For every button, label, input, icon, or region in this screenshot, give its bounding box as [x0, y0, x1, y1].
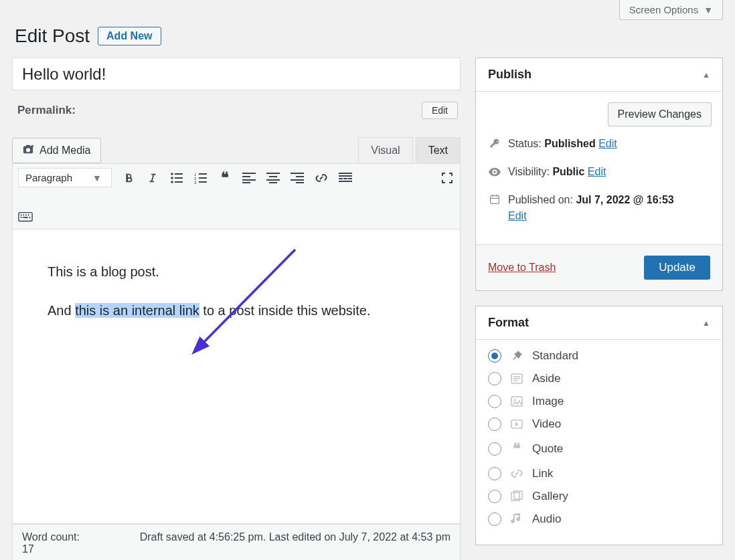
- chevron-up-icon: ▲: [702, 318, 710, 328]
- format-heading: Format: [488, 316, 529, 330]
- screen-options-toggle[interactable]: Screen Options ▼: [619, 0, 723, 20]
- status-edit-link[interactable]: Edit: [598, 138, 617, 149]
- audio-icon: [509, 512, 524, 526]
- format-option-aside[interactable]: Aside: [488, 372, 710, 385]
- svg-rect-33: [21, 215, 22, 216]
- screen-options-label: Screen Options: [629, 4, 698, 15]
- format-panel-toggle[interactable]: Format ▲: [476, 306, 722, 340]
- svg-rect-9: [199, 173, 207, 175]
- editor-paragraph: This is a blog post.: [48, 262, 425, 282]
- publish-heading: Publish: [488, 68, 532, 82]
- svg-rect-38: [23, 217, 27, 218]
- published-value: Jul 7, 2022 @ 16:53: [576, 194, 673, 205]
- svg-rect-27: [339, 175, 352, 177]
- svg-rect-25: [296, 182, 304, 183]
- svg-rect-11: [199, 177, 207, 179]
- format-option-gallery[interactable]: Gallery: [488, 490, 710, 503]
- chevron-up-icon: ▲: [702, 70, 710, 80]
- keyboard-toggle-button[interactable]: [18, 210, 33, 225]
- svg-rect-5: [175, 177, 183, 179]
- blockquote-button[interactable]: ❝: [218, 171, 232, 185]
- svg-rect-31: [339, 181, 352, 182]
- svg-rect-34: [23, 215, 24, 216]
- add-media-label: Add Media: [39, 145, 91, 157]
- radio-icon: [488, 490, 501, 503]
- format-option-link[interactable]: Link: [488, 467, 710, 480]
- svg-rect-28: [339, 178, 343, 179]
- svg-rect-36: [28, 215, 29, 216]
- editor-paragraph: And this is an internal link to a post i…: [48, 300, 425, 320]
- publish-panel-toggle[interactable]: Publish ▲: [476, 58, 722, 92]
- align-left-button[interactable]: [242, 171, 256, 185]
- svg-rect-30: [348, 178, 352, 179]
- post-content-editor[interactable]: This is a blog post. And this is an inte…: [12, 229, 461, 524]
- preview-changes-button[interactable]: Preview Changes: [608, 102, 712, 126]
- align-center-button[interactable]: [266, 171, 280, 185]
- camera-icon: [22, 144, 34, 157]
- published-label: Published on:: [508, 194, 576, 205]
- visibility-icon: [488, 165, 501, 181]
- align-right-button[interactable]: [290, 171, 305, 185]
- svg-point-2: [171, 173, 173, 175]
- radio-icon: [488, 417, 501, 431]
- fullscreen-button[interactable]: [440, 171, 455, 185]
- italic-button[interactable]: [145, 171, 160, 185]
- svg-rect-15: [242, 176, 250, 177]
- update-button[interactable]: Update: [644, 256, 710, 280]
- svg-rect-3: [175, 173, 183, 175]
- numbered-list-button[interactable]: 123: [193, 171, 208, 185]
- calendar-icon: [488, 193, 501, 209]
- radio-icon: [488, 467, 501, 480]
- add-new-button[interactable]: Add New: [98, 27, 161, 45]
- format-option-quote[interactable]: ❝Quote: [488, 440, 710, 458]
- key-icon: [488, 137, 501, 153]
- word-count-value: 17: [22, 543, 34, 555]
- insert-link-button[interactable]: [314, 171, 329, 185]
- permalink-edit-button[interactable]: Edit: [422, 102, 458, 119]
- bulleted-list-button[interactable]: [169, 171, 184, 185]
- editor-toolbar: Paragraph ▼ 123 ❝: [12, 163, 461, 229]
- svg-rect-16: [242, 179, 256, 181]
- format-select-label: Paragraph: [25, 172, 72, 183]
- svg-rect-39: [29, 217, 31, 218]
- svg-point-50: [514, 399, 516, 401]
- svg-rect-32: [19, 213, 32, 221]
- post-title-input[interactable]: [12, 58, 461, 90]
- published-edit-link[interactable]: Edit: [508, 210, 527, 221]
- format-option-label: Audio: [532, 512, 561, 526]
- block-format-select[interactable]: Paragraph ▼: [18, 168, 112, 187]
- pin-icon: [509, 349, 524, 363]
- svg-rect-18: [266, 173, 280, 174]
- svg-text:3: 3: [194, 181, 197, 184]
- tab-text[interactable]: Text: [416, 137, 461, 163]
- svg-point-6: [171, 181, 173, 183]
- visibility-value: Public: [552, 166, 584, 177]
- format-option-label: Link: [532, 467, 553, 480]
- chevron-down-icon: ▼: [704, 5, 713, 15]
- gallery-icon: [509, 490, 524, 503]
- format-option-image[interactable]: Image: [488, 395, 710, 408]
- chevron-down-icon: ▼: [92, 173, 102, 183]
- link-icon: [509, 467, 524, 480]
- format-option-video[interactable]: Video: [488, 417, 710, 431]
- format-option-audio[interactable]: Audio: [488, 512, 710, 526]
- add-media-button[interactable]: Add Media: [12, 138, 101, 163]
- format-option-label: Quote: [532, 442, 563, 456]
- radio-icon: [488, 395, 501, 408]
- tab-visual[interactable]: Visual: [358, 137, 412, 163]
- publish-panel: Publish ▲ Preview Changes Status: Publis…: [475, 58, 723, 291]
- svg-rect-29: [343, 178, 347, 179]
- svg-rect-37: [21, 217, 22, 218]
- svg-rect-21: [269, 182, 277, 183]
- autosave-status: Draft saved at 4:56:25 pm. Last edited o…: [102, 531, 451, 555]
- svg-rect-13: [199, 181, 207, 183]
- format-option-label: Gallery: [532, 490, 568, 503]
- svg-rect-23: [296, 176, 304, 177]
- insert-more-button[interactable]: [338, 171, 353, 185]
- format-option-standard[interactable]: Standard: [488, 349, 710, 363]
- svg-rect-7: [175, 181, 183, 183]
- move-to-trash-link[interactable]: Move to Trash: [488, 262, 556, 274]
- visibility-edit-link[interactable]: Edit: [588, 166, 606, 177]
- bold-button[interactable]: [121, 171, 136, 185]
- radio-icon: [488, 372, 501, 385]
